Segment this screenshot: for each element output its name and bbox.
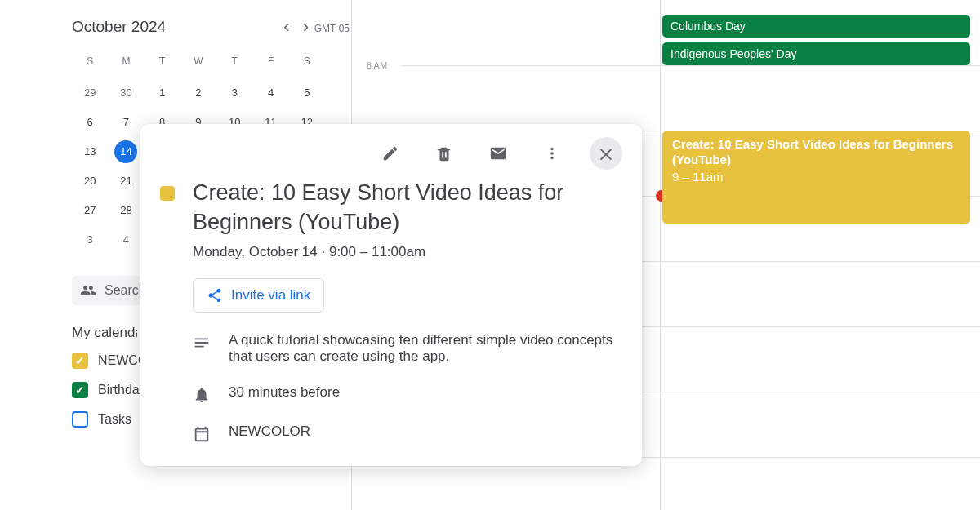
mini-day[interactable]: 30 <box>114 82 137 104</box>
popup-event-datetime: Monday, October 14 · 9:00 – 11:00am <box>193 244 622 260</box>
event-title: Create: 10 Easy Short Video Ideas for Be… <box>672 137 960 168</box>
dow: T <box>145 52 180 70</box>
event-popup: Create: 10 Easy Short Video Ideas for Be… <box>140 124 642 466</box>
invite-via-link-button[interactable]: Invite via link <box>193 278 324 313</box>
calendar-checkbox[interactable] <box>72 353 88 369</box>
dow: F <box>252 52 288 70</box>
mini-day[interactable]: 4 <box>114 228 137 251</box>
mini-day[interactable]: 6 <box>78 111 101 134</box>
timezone-label: GMT-05 <box>314 23 350 34</box>
mini-day[interactable]: 27 <box>78 199 101 222</box>
bell-icon <box>193 386 211 404</box>
next-month-icon[interactable]: › <box>303 16 309 38</box>
dow: S <box>289 52 325 70</box>
dow: S <box>72 52 108 70</box>
allday-event[interactable]: Columbus Day <box>662 15 970 38</box>
dow: M <box>108 52 144 70</box>
mini-day[interactable]: 3 <box>223 82 246 104</box>
popup-description: A quick tutorial showcasing ten differen… <box>229 332 622 365</box>
mini-day[interactable]: 14 <box>114 140 137 163</box>
calendar-icon <box>193 425 211 443</box>
mini-day[interactable]: 29 <box>78 82 101 104</box>
people-icon <box>80 282 96 299</box>
calendar-event[interactable]: Create: 10 Easy Short Video Ideas for Be… <box>662 131 970 224</box>
dow: T <box>216 52 252 70</box>
share-icon <box>207 287 223 304</box>
calendar-checkbox[interactable] <box>72 382 88 398</box>
event-color-dot <box>160 186 175 201</box>
email-icon[interactable] <box>482 137 514 170</box>
delete-icon[interactable] <box>428 137 461 170</box>
mini-day[interactable]: 5 <box>296 82 318 104</box>
mini-day[interactable]: 7 <box>114 111 137 134</box>
mini-day[interactable]: 20 <box>78 170 101 193</box>
mini-day[interactable]: 1 <box>151 82 174 104</box>
popup-reminder: 30 minutes before <box>229 384 340 401</box>
calendar-checkbox[interactable] <box>72 411 88 428</box>
popup-event-title: Create: 10 Easy Short Video Ideas for Be… <box>193 178 622 237</box>
description-icon <box>193 334 211 352</box>
close-icon[interactable] <box>590 137 622 170</box>
prev-month-icon[interactable]: ‹ <box>283 16 289 38</box>
mini-day[interactable]: 21 <box>114 170 137 193</box>
mini-day[interactable]: 3 <box>78 228 101 251</box>
allday-event[interactable]: Indigenous Peoples' Day <box>662 42 970 65</box>
popup-calendar-name: NEWCOLOR <box>229 424 310 440</box>
event-time: 9 – 11am <box>672 170 960 184</box>
mini-day[interactable]: 28 <box>114 199 137 222</box>
hour-slot[interactable] <box>401 65 980 131</box>
mini-day[interactable]: 13 <box>78 140 101 163</box>
edit-icon[interactable] <box>374 137 407 170</box>
dow: W <box>180 52 216 70</box>
hour-label: 8 AM <box>367 60 387 70</box>
mini-calendar-title: October 2024 <box>72 18 283 36</box>
invite-label: Invite via link <box>231 287 310 304</box>
my-calendars-label: My calendars <box>72 325 137 341</box>
options-icon[interactable] <box>536 137 568 170</box>
mini-day[interactable]: 2 <box>187 82 210 104</box>
mini-day[interactable]: 4 <box>260 82 283 104</box>
